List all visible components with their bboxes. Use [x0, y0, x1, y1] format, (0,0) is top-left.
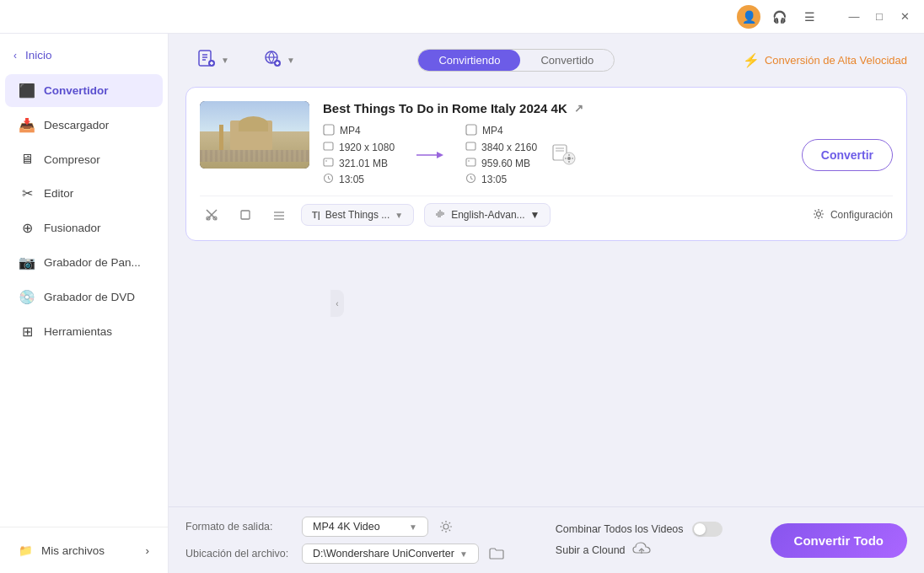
svg-rect-37 — [241, 211, 250, 219]
sidebar-item-inicio[interactable]: ‹ Inicio — [0, 40, 168, 70]
svg-point-46 — [816, 212, 820, 216]
video-thumbnail — [200, 101, 309, 169]
sidebar-label-convertidor: Convertidor — [44, 84, 109, 97]
sidebar-item-herramientas[interactable]: ⊞ Herramientas — [5, 315, 163, 348]
sidebar-item-compresor[interactable]: 🖥 Compresor — [5, 143, 163, 175]
footer-left-section: Formato de salida: MP4 4K Video ▼ Ubicac… — [185, 516, 508, 565]
footer-center-section: Combinar Todos los Videos Subir a Clound — [556, 522, 723, 559]
cut-tool-button[interactable] — [200, 203, 223, 227]
video-title: Best Things To Do in Rome Italy 2024 4K … — [323, 101, 893, 115]
editor-icon: ✂ — [19, 185, 35, 201]
combine-videos-row: Combinar Todos los Videos — [556, 522, 723, 537]
input-duration: 13:05 — [323, 173, 395, 185]
add-url-button[interactable]: ▼ — [251, 44, 307, 77]
sidebar-item-fusionador[interactable]: ⊕ Fusionador — [5, 212, 163, 244]
user-avatar-icon[interactable]: 👤 — [737, 5, 760, 29]
convert-all-button[interactable]: Convertir Todo — [771, 523, 907, 558]
menu-icon[interactable]: ☰ — [798, 5, 821, 29]
output-clock-icon — [465, 173, 476, 185]
video-card: Best Things To Do in Rome Italy 2024 4K … — [185, 87, 907, 241]
upload-cloud-label: Subir a Clound — [556, 544, 626, 556]
output-format-dropdown[interactable]: MP4 4K Video ▼ — [302, 517, 428, 537]
svg-rect-21 — [466, 125, 476, 135]
audio-chevron-icon: ▼ — [530, 209, 540, 221]
add-url-icon — [263, 49, 282, 72]
bolt-icon: ⚡ — [743, 52, 760, 68]
back-chevron-icon: ‹ — [13, 50, 17, 62]
output-format-icon — [465, 124, 477, 137]
output-format-value: MP4 4K Video — [313, 521, 380, 533]
sidebar-item-grabador-dvd[interactable]: 💿 Grabador de DVD — [5, 281, 163, 313]
convert-button[interactable]: Convertir — [802, 139, 893, 171]
output-size: 959.60 MB — [465, 157, 537, 169]
maximize-button[interactable]: □ — [870, 8, 889, 26]
fusionador-icon: ⊕ — [19, 220, 35, 236]
close-button[interactable]: ✕ — [895, 8, 914, 26]
file-location-value: D:\Wondershare UniConverter — [313, 548, 454, 560]
output-resolution: 3840 x 2160 — [465, 141, 537, 153]
output-format-row: Formato de salida: MP4 4K Video ▼ — [185, 516, 508, 538]
input-clock-icon — [323, 173, 334, 185]
mis-archivos-icon: 📁 — [19, 544, 33, 557]
sidebar-item-grabador-pan[interactable]: 📷 Grabador de Pan... — [5, 246, 163, 279]
combine-videos-toggle[interactable] — [692, 522, 723, 537]
upload-cloud-icon[interactable] — [632, 542, 651, 559]
file-location-folder-icon[interactable] — [486, 543, 508, 565]
file-location-row: Ubicación del archivo: D:\Wondershare Un… — [185, 543, 508, 565]
input-size-icon — [323, 157, 334, 169]
subtitle-dropdown[interactable]: T| Best Things ... ▼ — [301, 204, 414, 226]
sidebar-item-descargador[interactable]: 📥 Descargador — [5, 109, 163, 142]
input-res-icon — [323, 141, 334, 153]
sidebar-item-editor[interactable]: ✂ Editor — [5, 177, 163, 210]
inicio-label: Inicio — [25, 49, 52, 62]
sidebar-item-convertidor[interactable]: ⬛ Convertidor — [5, 74, 163, 107]
high-speed-button[interactable]: ⚡ Conversión de Alta Velocidad — [743, 52, 907, 68]
sidebar-collapse-button[interactable]: ‹ — [330, 290, 344, 317]
svg-rect-12 — [324, 125, 334, 135]
input-format-type: MP4 — [323, 124, 395, 137]
subtitle-chevron-icon: ▼ — [395, 211, 403, 220]
sidebar-label-grabador-pan: Grabador de Pan... — [44, 256, 141, 269]
output-format-settings-icon[interactable] — [435, 516, 457, 538]
file-location-dropdown[interactable]: D:\Wondershare UniConverter ▼ — [302, 544, 479, 564]
tab-converting[interactable]: Convirtiendo — [418, 50, 520, 71]
crop-tool-button[interactable] — [234, 203, 257, 227]
add-file-chevron-icon: ▼ — [221, 56, 229, 65]
high-speed-label: Conversión de Alta Velocidad — [765, 54, 907, 67]
format-row: MP4 1920 x 1080 — [323, 124, 893, 185]
input-resolution: 1920 x 1080 — [323, 141, 395, 153]
add-file-button[interactable]: ▼ — [185, 44, 241, 77]
svg-rect-13 — [324, 142, 333, 150]
file-location-label: Ubicación del archivo: — [185, 548, 295, 560]
effects-tool-button[interactable] — [267, 203, 291, 227]
svg-point-47 — [443, 524, 449, 529]
mis-archivos-label: Mis archivos — [41, 544, 105, 557]
title-bar: 👤 🎧 ☰ — □ ✕ — [0, 0, 924, 34]
toolbar: ▼ ▼ Convirtiendo — [169, 34, 924, 87]
output-settings-button[interactable] — [551, 140, 576, 169]
sidebar-label-grabador-dvd: Grabador de DVD — [44, 291, 135, 303]
output-format-chevron-icon: ▼ — [409, 522, 417, 532]
headset-icon[interactable]: 🎧 — [767, 5, 791, 29]
audio-icon — [435, 208, 446, 222]
external-link-icon[interactable]: ↗ — [574, 102, 583, 115]
input-format-box: MP4 1920 x 1080 — [323, 124, 395, 185]
audio-dropdown[interactable]: English-Advan... ▼ — [424, 203, 551, 227]
config-button[interactable]: Configuración — [812, 207, 893, 223]
tab-converted[interactable]: Convertido — [520, 50, 614, 71]
sidebar: ‹ Inicio ⬛ Convertidor 📥 Descargador 🖥 C… — [0, 34, 169, 573]
sidebar-label-compresor: Compresor — [44, 153, 100, 166]
compresor-icon: 🖥 — [19, 152, 35, 167]
main-content: ▼ ▼ Convirtiendo — [169, 34, 924, 573]
video-card-toolbar: T| Best Things ... ▼ — [200, 195, 893, 227]
sidebar-mis-archivos[interactable]: 📁 Mis archivos › — [5, 535, 163, 565]
input-size: 321.01 MB — [323, 157, 395, 169]
conversion-arrow — [401, 147, 459, 163]
output-format-box: MP4 3840 x 2160 — [465, 124, 537, 185]
combine-videos-label: Combinar Todos los Videos — [556, 523, 684, 535]
grabador-pan-icon: 📷 — [19, 254, 35, 270]
content-area: Best Things To Do in Rome Italy 2024 4K … — [169, 87, 924, 506]
minimize-button[interactable]: — — [845, 8, 863, 26]
svg-point-32 — [567, 157, 571, 160]
add-file-icon — [197, 49, 216, 72]
